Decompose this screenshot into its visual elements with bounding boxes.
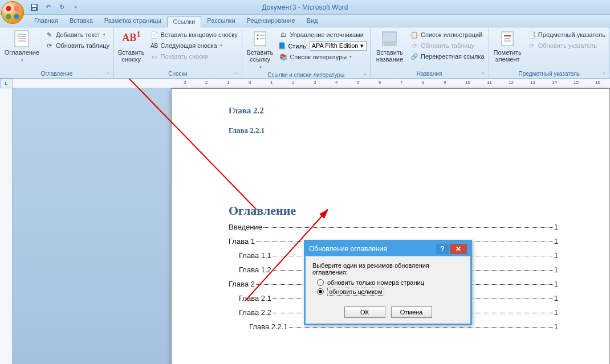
fig-list-icon: 📋	[410, 30, 419, 39]
group-footnotes: AB1 Вставить сноску 📄Вставить концевую с…	[114, 27, 242, 78]
footnote-icon: AB1	[122, 30, 140, 48]
ribbon-tabs: Главная Вставка Разметка страницы Ссылки…	[0, 15, 610, 27]
update-index-button: ⟳Обновить указатель	[526, 40, 607, 51]
ribbon: Оглавление ✎Добавить текст ⟳Обновить таб…	[0, 27, 610, 79]
style-icon: 📘	[278, 42, 286, 50]
radio-pages-only[interactable]: обновить только номера страниц	[317, 279, 463, 286]
add-text-icon: ✎	[45, 30, 54, 39]
svg-point-3	[14, 14, 19, 19]
group-label-footnotes: Сноски	[116, 69, 239, 78]
qat-customize-icon[interactable]	[70, 2, 81, 13]
toc-label: Оглавление	[5, 49, 39, 56]
toc-item-label: Глава 2	[229, 280, 255, 288]
chevron-down-icon	[258, 63, 262, 69]
toc-heading: Оглавление	[229, 203, 558, 218]
toc-item-label: Глава 1	[229, 237, 255, 246]
toc-page-number: 1	[554, 322, 558, 331]
caption-icon	[380, 30, 398, 48]
mark-entry-button[interactable]: Пометить элемент	[491, 28, 524, 69]
radio-label: обновить только номера страниц	[327, 279, 424, 286]
bibliography-button[interactable]: 📚Список литературы	[277, 52, 367, 62]
radio-entire[interactable]: обновить целиком	[317, 288, 463, 296]
update-icon: ⟳	[45, 41, 54, 50]
figures-list-button[interactable]: 📋Список иллюстраций	[408, 30, 486, 40]
manage-sources-button[interactable]: 🗂Управление источниками	[277, 30, 367, 40]
index-icon: 📑	[527, 30, 536, 39]
next-footnote-button[interactable]: ABСледующая сноска	[148, 40, 239, 51]
toc-page-number: 1	[554, 280, 558, 288]
group-label-citations: Ссылки и списки литературы	[245, 71, 368, 79]
toc-button[interactable]: Оглавление	[2, 28, 42, 69]
toc-icon	[13, 30, 31, 48]
insert-caption-button[interactable]: Вставить название	[373, 28, 406, 69]
toc-item-label: Глава 2.2.1	[249, 322, 288, 331]
toc-item-label: Введение	[229, 223, 262, 231]
tab-view[interactable]: Вид	[301, 15, 324, 27]
group-captions: Вставить название 📋Список иллюстраций ⟳О…	[371, 27, 489, 78]
title-bar: ↶ ↻ Документ3 - Microsoft Word	[0, 0, 610, 15]
add-text-button[interactable]: ✎Добавить текст	[43, 30, 111, 40]
index-button[interactable]: 📑Предметный указатель	[526, 30, 607, 40]
radio-label: обновить целиком	[327, 288, 384, 296]
insert-endnote-button[interactable]: 📄Вставить концевую сноску	[148, 30, 239, 40]
toc-dots	[289, 327, 553, 328]
office-logo-icon	[5, 5, 21, 21]
show-notes-icon: ▭	[150, 52, 159, 61]
toc-item-label: Глава 1.1	[239, 251, 271, 260]
update-toc-dialog: Обновление оглавления ? ✕ Выберите один …	[304, 240, 472, 325]
office-button[interactable]	[1, 1, 24, 24]
toc-item-label: Глава 2.2	[239, 308, 271, 317]
group-citations: Вставить ссылку 🗂Управление источниками …	[242, 27, 371, 78]
redo-icon[interactable]: ↻	[56, 2, 67, 13]
heading-2-2: Глава 2.2	[229, 106, 558, 116]
workspace: L 32101234567891011121314151617 Глава 2.…	[0, 79, 610, 364]
save-icon[interactable]	[29, 2, 40, 13]
mark-icon	[498, 30, 517, 48]
svg-point-1	[14, 6, 19, 11]
insert-footnote-button[interactable]: AB1 Вставить сноску	[116, 28, 147, 69]
svg-rect-6	[32, 8, 36, 10]
xref-icon: 🔗	[410, 52, 419, 61]
window-title: Документ3 - Microsoft Word	[262, 3, 348, 11]
bib-icon: 📚	[279, 52, 288, 62]
next-footnote-icon: AB	[150, 41, 159, 50]
horizontal-ruler[interactable]: 32101234567891011121314151617	[13, 79, 610, 88]
tab-mailings[interactable]: Рассылки	[201, 15, 241, 27]
tab-review[interactable]: Рецензирование	[241, 15, 301, 27]
close-icon[interactable]: ✕	[450, 244, 467, 254]
toc-page-number: 1	[554, 223, 558, 231]
style-select[interactable]: APA Fifth Edition ▾	[310, 41, 367, 51]
citation-style-row: 📘 Стиль: APA Fifth Edition ▾	[277, 40, 367, 51]
update-toc-button[interactable]: ⟳Обновить таблицу	[43, 40, 111, 51]
tab-insert[interactable]: Вставка	[64, 15, 99, 27]
toc-item-label: Глава 2.1	[239, 294, 271, 302]
toc-page-number: 1	[554, 265, 558, 274]
endnote-icon: 📄	[150, 30, 159, 39]
svg-rect-17	[383, 32, 396, 42]
ok-button[interactable]: ОК	[344, 306, 385, 318]
toc-item-label: Глава 1.2	[239, 265, 271, 274]
insert-citation-button[interactable]: Вставить ссылку	[245, 28, 276, 71]
help-icon[interactable]: ?	[436, 244, 449, 254]
cancel-button[interactable]: Отмена	[391, 306, 432, 318]
radio-icon	[317, 279, 324, 286]
toc-item[interactable]: Введение1	[229, 223, 558, 231]
dialog-titlebar[interactable]: Обновление оглавления ? ✕	[306, 242, 470, 256]
show-footnotes-button: ▭Показать сноски	[148, 51, 239, 62]
radio-icon	[317, 288, 324, 295]
undo-icon[interactable]: ↶	[42, 2, 54, 13]
tab-home[interactable]: Главная	[29, 15, 64, 27]
ruler-corner[interactable]: L	[0, 79, 13, 88]
update-icon: ⟳	[527, 41, 536, 50]
toc-dots	[263, 227, 553, 228]
group-toc: Оглавление ✎Добавить текст ⟳Обновить таб…	[0, 27, 114, 78]
toc-page-number: 1	[554, 308, 558, 317]
cross-ref-button[interactable]: 🔗Перекрестная ссылка	[408, 51, 486, 62]
vertical-ruler[interactable]	[0, 88, 13, 364]
tab-references[interactable]: Ссылки	[167, 16, 202, 27]
group-label-toc: Оглавление	[2, 69, 111, 78]
tab-layout[interactable]: Разметка страницы	[99, 15, 167, 27]
group-label-captions: Названия	[373, 69, 486, 78]
dialog-title: Обновление оглавления	[309, 245, 436, 253]
svg-rect-21	[504, 35, 511, 36]
